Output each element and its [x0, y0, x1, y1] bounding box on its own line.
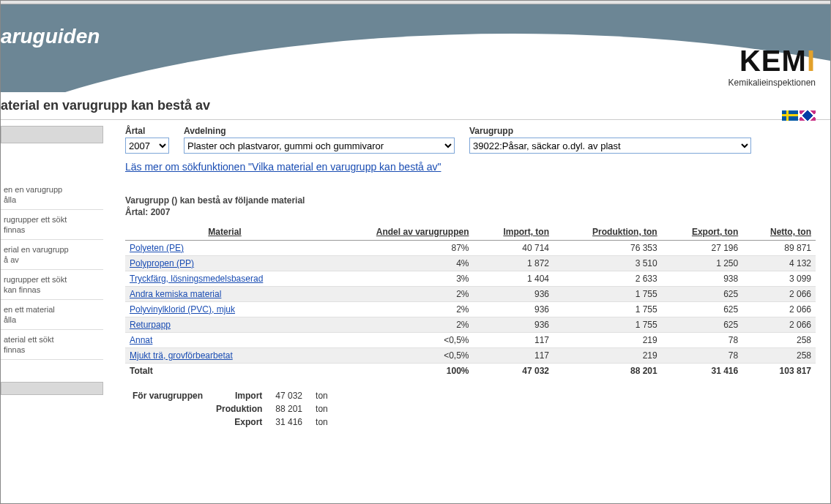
page-title: aterial en varugrupp kan bestå av [1, 98, 210, 113]
summary-block: För varugruppenImport47 032tonProduktion… [125, 388, 816, 429]
cell-share: 2% [324, 317, 474, 333]
sidebar-search-box[interactable] [1, 126, 103, 143]
table-row: Polyvinylklorid (PVC), mjuk2%9361 755625… [125, 302, 816, 317]
cell-prod: 1 755 [554, 302, 662, 317]
cell-material: Polyvinylklorid (PVC), mjuk [125, 302, 324, 317]
cell-share: 2% [324, 302, 474, 317]
year-select[interactable]: 2007 [125, 138, 169, 154]
logo-subtitle: Kemikalieinspektionen [728, 78, 816, 88]
col-netto[interactable]: Netto, ton [742, 224, 816, 241]
cell-share: 87% [324, 241, 474, 256]
material-link[interactable]: Andra kemiska material [130, 289, 221, 299]
col-material[interactable]: Material [125, 224, 324, 241]
summary-heading: För varugruppen [127, 390, 209, 428]
cell-import: 1 872 [474, 256, 554, 271]
cell-export: 78 [662, 333, 743, 348]
material-link[interactable]: Annat [130, 335, 152, 345]
cell-import: 936 [474, 287, 554, 302]
sidebar-item[interactable]: en en varugruppålla [1, 180, 103, 210]
table-row: Polyeten (PE)87%40 71476 35327 19689 871 [125, 241, 816, 256]
cell-prod: 3 510 [554, 256, 662, 271]
summary-value: 88 201 [269, 403, 308, 415]
logo-bar: I [807, 45, 816, 77]
summary-label: Produktion [210, 403, 268, 415]
material-link[interactable]: Polyeten (PE) [130, 243, 184, 253]
cell-import: 40 714 [474, 241, 554, 256]
section-heading: Varugrupp () kan bestå av följande mater… [125, 195, 816, 218]
cell-material: Tryckfärg, lösningsmedelsbaserad [125, 271, 324, 287]
filter-row: Årtal 2007 Avdelning Plaster och plastva… [125, 126, 816, 154]
table-row-total: Totalt100%47 03288 20131 416103 817 [125, 364, 816, 379]
cell-prod: 76 353 [554, 241, 662, 256]
summary-value: 47 032 [269, 390, 308, 402]
group-label: Varugrupp [469, 126, 751, 136]
table-row: Tryckfärg, lösningsmedelsbaserad3%1 4042… [125, 271, 816, 287]
summary-value: 31 416 [269, 416, 308, 428]
flag-sweden-icon[interactable] [782, 110, 798, 121]
sidebar-item[interactable]: rugrupper ett söktfinnas [1, 210, 103, 240]
summary-label: Export [210, 416, 268, 428]
summary-row: För varugruppenImport47 032ton [127, 390, 334, 402]
summary-unit: ton [310, 403, 334, 415]
cell-export: 78 [662, 348, 743, 364]
cell-material: Andra kemiska material [125, 287, 324, 302]
language-flags [782, 110, 816, 121]
cell-share: <0,5% [324, 348, 474, 364]
cell-import: 117 [474, 333, 554, 348]
cell-netto: 2 066 [742, 302, 816, 317]
table-row: Andra kemiska material2%9361 7556252 066 [125, 287, 816, 302]
table-row: Returpapp2%9361 7556252 066 [125, 317, 816, 333]
dept-select[interactable]: Plaster och plastvaror, gummi och gummiv… [184, 138, 455, 154]
sidebar-item[interactable]: aterial ett söktfinnas [1, 330, 103, 360]
cell-import: 936 [474, 317, 554, 333]
cell-material: Polyeten (PE) [125, 241, 324, 256]
material-link[interactable]: Returpapp [130, 320, 171, 330]
cell-prod: 1 755 [554, 287, 662, 302]
summary-unit: ton [310, 390, 334, 402]
col-prod[interactable]: Produktion, ton [554, 224, 662, 241]
group-select[interactable]: 39022:Påsar, säckar o.dyl. av plast [469, 138, 751, 154]
cell-netto: 4 132 [742, 256, 816, 271]
col-export[interactable]: Export, ton [662, 224, 743, 241]
cell-netto: 89 871 [742, 241, 816, 256]
col-share[interactable]: Andel av varugruppen [324, 224, 474, 241]
material-link[interactable]: Tryckfärg, lösningsmedelsbaserad [130, 274, 263, 284]
material-link[interactable]: Polyvinylklorid (PVC), mjuk [130, 304, 235, 315]
sidebar-item[interactable]: en ett materialålla [1, 300, 103, 330]
cell-prod: 2 633 [554, 271, 662, 287]
cell-export: 625 [662, 317, 743, 333]
cell-prod: 219 [554, 333, 662, 348]
header-banner: aruguiden [1, 4, 830, 92]
logo-text: KEM [739, 45, 807, 77]
table-row: Annat<0,5%11721978258 [125, 333, 816, 348]
cell-netto: 3 099 [742, 271, 816, 287]
cell-material: Mjukt trä, grovförbearbetat [125, 348, 324, 364]
cell-prod: 219 [554, 348, 662, 364]
cell-import: 936 [474, 302, 554, 317]
cell-export: 625 [662, 302, 743, 317]
cell-share: 3% [324, 271, 474, 287]
sidebar: en en varugruppållarugrupper ett söktfin… [1, 120, 103, 395]
summary-label: Import [210, 390, 268, 402]
cell-share: 4% [324, 256, 474, 271]
flag-uk-icon[interactable] [800, 110, 816, 121]
cell-netto: 2 066 [742, 287, 816, 302]
help-link[interactable]: Läs mer om sökfunktionen "Vilka material… [125, 161, 441, 173]
cell-export: 625 [662, 287, 743, 302]
cell-netto: 2 066 [742, 317, 816, 333]
cell-share: <0,5% [324, 333, 474, 348]
cell-prod: 1 755 [554, 317, 662, 333]
cell-export: 1 250 [662, 256, 743, 271]
cell-material: Annat [125, 333, 324, 348]
cell-netto: 258 [742, 333, 816, 348]
cell-import: 1 404 [474, 271, 554, 287]
col-import[interactable]: Import, ton [474, 224, 554, 241]
material-link[interactable]: Polypropen (PP) [130, 258, 194, 268]
material-link[interactable]: Mjukt trä, grovförbearbetat [130, 350, 233, 361]
summary-unit: ton [310, 416, 334, 428]
year-label: Årtal [125, 126, 169, 136]
cell-material: Returpapp [125, 317, 324, 333]
sidebar-item[interactable]: erial en varugruppå av [1, 240, 103, 270]
table-row: Mjukt trä, grovförbearbetat<0,5%11721978… [125, 348, 816, 364]
sidebar-item[interactable]: rugrupper ett söktkan finnas [1, 270, 103, 300]
